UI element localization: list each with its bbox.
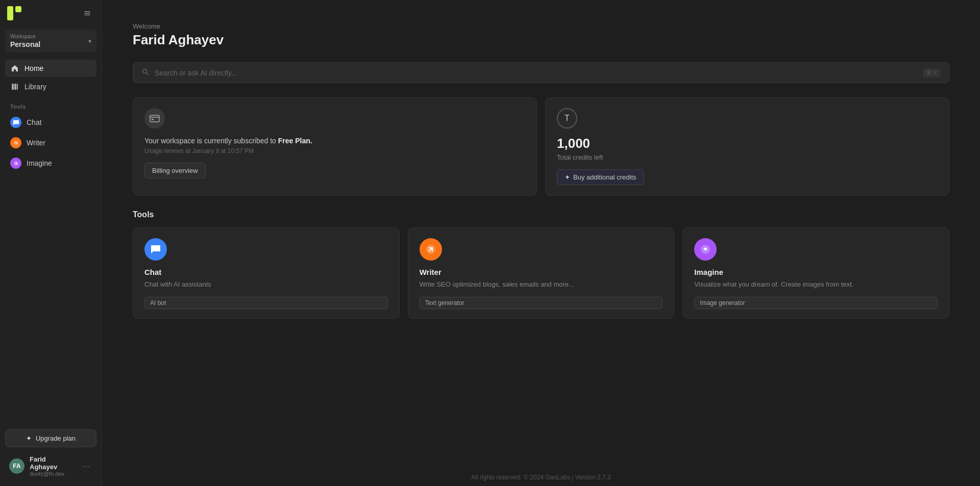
tool-card-writer-icon <box>420 238 442 261</box>
tools-section-title: Tools <box>133 210 949 219</box>
svg-text:✦: ✦ <box>14 161 17 166</box>
tool-card-chat-desc: Chat with AI assistants <box>144 279 388 290</box>
subscription-icon <box>144 108 165 129</box>
tool-card-chat[interactable]: Chat Chat with AI assistants AI bot <box>133 227 400 319</box>
main-nav: Home Library <box>0 60 102 96</box>
app-logo <box>7 6 21 20</box>
user-email: doofz@fn.dev <box>30 471 75 477</box>
tool-card-writer-tag: Text generator <box>420 297 663 309</box>
search-shortcut: ⌘ K <box>923 68 941 78</box>
tool-card-writer-name: Writer <box>420 268 663 276</box>
tools-section-label: Tools <box>0 96 102 113</box>
search-icon <box>141 68 150 78</box>
footer-text: All rights reserved. © 2024 GanLabs | Ve… <box>471 474 610 481</box>
credits-card: T 1,000 Total credits left ✦ Buy additio… <box>545 97 949 196</box>
svg-line-13 <box>146 73 149 75</box>
tool-card-writer[interactable]: Writer Write SEO optimized blogs, sales … <box>408 227 675 319</box>
search-placeholder: Search or ask AI directly... <box>155 69 918 77</box>
tools-nav: Chat ✎ Writer ✦ Imagine <box>0 113 102 174</box>
tool-card-imagine[interactable]: Imagine Visualize what you dream of. Cre… <box>682 227 949 319</box>
tool-card-imagine-desc: Visualize what you dream of. Create imag… <box>694 279 938 290</box>
user-info: Farid Aghayev doofz@fn.dev <box>30 455 75 477</box>
tool-card-chat-icon <box>144 238 167 261</box>
renewal-text: Usage renews at January 9 at 10:57 PM <box>144 147 525 155</box>
svg-rect-1 <box>15 6 21 12</box>
sidebar-bottom: ✦ Upgrade plan FA Farid Aghayev doofz@fn… <box>0 423 102 486</box>
billing-overview-button[interactable]: Billing overview <box>144 163 206 178</box>
tool-card-imagine-icon <box>694 238 717 261</box>
info-cards-row: Your workspace is currently subscribed t… <box>133 97 949 196</box>
writer-icon: ✎ <box>10 137 21 148</box>
sidebar-top <box>0 0 102 27</box>
tool-card-imagine-tag: Image generator <box>694 297 938 309</box>
sidebar-item-home-label: Home <box>24 64 43 72</box>
upgrade-plan-button[interactable]: ✦ Upgrade plan <box>5 429 96 447</box>
workspace-name: Personal <box>10 40 40 48</box>
sidebar-item-chat[interactable]: Chat <box>5 113 96 132</box>
svg-text:✎: ✎ <box>14 141 17 145</box>
subscription-text: Your workspace is currently subscribed t… <box>144 136 525 146</box>
tool-card-writer-desc: Write SEO optimized blogs, sales emails … <box>420 279 663 290</box>
upgrade-plan-label: Upgrade plan <box>36 434 76 442</box>
tool-card-chat-name: Chat <box>144 268 388 276</box>
chevron-down-icon: ▾ <box>88 38 91 45</box>
user-profile-row[interactable]: FA Farid Aghayev doofz@fn.dev ⋯ <box>5 452 96 480</box>
welcome-label: Welcome <box>133 22 949 30</box>
svg-rect-4 <box>84 15 90 16</box>
svg-rect-3 <box>84 13 90 14</box>
sidebar-item-writer[interactable]: ✎ Writer <box>5 133 96 152</box>
sidebar-item-imagine-label: Imagine <box>27 159 52 167</box>
workspace-selector[interactable]: Workspace Personal ▾ <box>5 30 96 53</box>
sidebar-item-chat-label: Chat <box>27 118 42 126</box>
svg-rect-6 <box>14 84 16 90</box>
sidebar-item-home[interactable]: Home <box>5 60 96 77</box>
library-icon <box>10 82 19 91</box>
sidebar-collapse-button[interactable] <box>80 6 94 20</box>
svg-rect-14 <box>150 115 159 122</box>
sparkle-icon: ✦ <box>26 434 32 442</box>
subscription-card: Your workspace is currently subscribed t… <box>133 97 537 196</box>
sidebar-item-writer-label: Writer <box>27 139 45 147</box>
tool-card-chat-tag: AI bot <box>144 297 388 309</box>
home-icon <box>10 64 19 73</box>
sidebar-item-library-label: Library <box>24 83 46 91</box>
user-name: Farid Aghayev <box>30 455 75 471</box>
credits-icon: T <box>557 108 577 129</box>
svg-rect-0 <box>7 6 13 20</box>
welcome-name: Farid Aghayev <box>133 32 949 48</box>
user-menu-button[interactable]: ⋯ <box>80 461 92 472</box>
svg-rect-7 <box>17 84 18 90</box>
tools-grid: Chat Chat with AI assistants AI bot Writ… <box>133 227 949 319</box>
buy-credits-button[interactable]: ✦ Buy additional credits <box>557 169 644 185</box>
svg-rect-2 <box>84 11 90 12</box>
sidebar-item-library[interactable]: Library <box>5 78 96 95</box>
credits-number: 1,000 <box>557 136 938 151</box>
main-content: Welcome Farid Aghayev Search or ask AI d… <box>102 0 980 486</box>
svg-rect-16 <box>152 119 154 120</box>
search-bar[interactable]: Search or ask AI directly... ⌘ K <box>133 62 949 83</box>
sparkle-icon-credits: ✦ <box>565 173 570 181</box>
credits-label: Total credits left <box>557 154 938 161</box>
tool-card-imagine-name: Imagine <box>694 268 938 276</box>
footer: All rights reserved. © 2024 GanLabs | Ve… <box>102 469 980 486</box>
logo-icon <box>7 6 21 20</box>
sidebar-item-imagine[interactable]: ✦ Imagine <box>5 154 96 173</box>
workspace-label: Workspace <box>10 34 40 39</box>
avatar: FA <box>9 458 24 474</box>
imagine-icon: ✦ <box>10 158 21 169</box>
chat-icon <box>10 117 21 128</box>
svg-rect-5 <box>12 84 14 90</box>
sidebar: Workspace Personal ▾ Home Library <box>0 0 102 486</box>
